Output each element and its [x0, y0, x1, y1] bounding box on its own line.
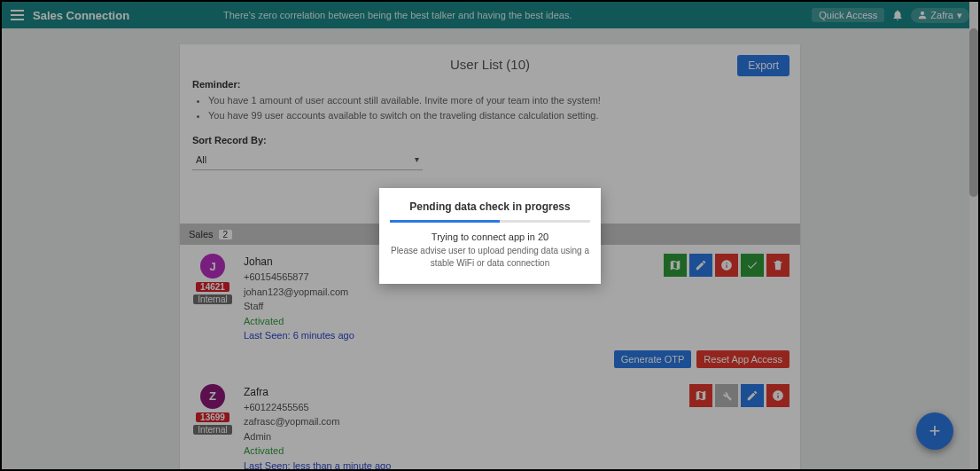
modal-progress — [390, 220, 590, 223]
modal-text: Please advise user to upload pending dat… — [390, 245, 590, 270]
modal-title: Pending data check in progress — [390, 200, 590, 213]
modal-subtitle: Trying to connect app in 20 — [390, 232, 590, 242]
pending-data-modal: Pending data check in progress Trying to… — [379, 188, 601, 284]
